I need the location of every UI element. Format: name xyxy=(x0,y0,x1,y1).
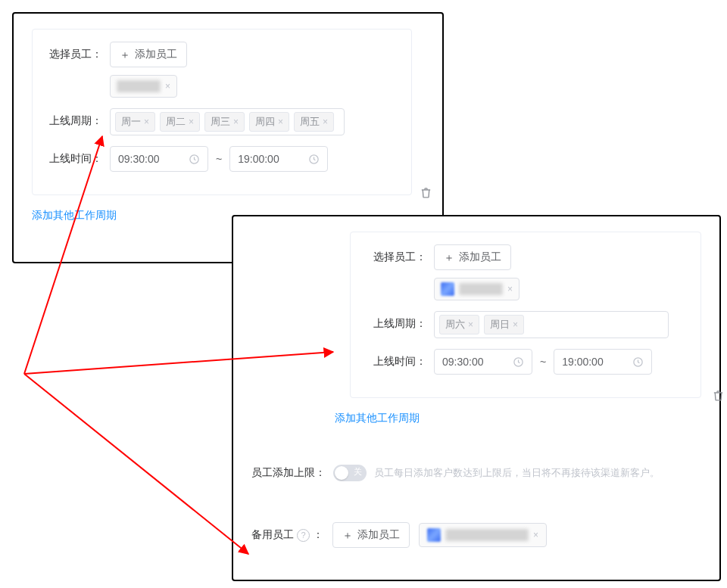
work-cycle-box-1: 选择员工： ＋ 添加员工 × 上线周期： 周一× 周二× 周三× 周四× 周五× xyxy=(32,29,412,195)
add-other-cycle-link[interactable]: 添加其他工作周期 xyxy=(32,209,117,222)
clock-icon xyxy=(308,154,320,165)
plus-icon: ＋ xyxy=(444,252,454,263)
close-icon[interactable]: × xyxy=(278,117,283,127)
employee-avatar-blurred xyxy=(427,528,441,542)
row-cycle: 上线周期： 周一× 周二× 周三× 周四× 周五× xyxy=(43,108,401,135)
work-cycle-panel-2: 选择员工： ＋ 添加员工 × 上线周期： 周六× xyxy=(232,215,721,581)
close-icon[interactable]: × xyxy=(468,319,473,330)
cycle-tag-wed[interactable]: 周三× xyxy=(204,112,245,132)
time-end-input[interactable]: 19:00:00 xyxy=(554,349,652,375)
select-employee-label: 选择员工： xyxy=(361,244,434,269)
time-start-input[interactable]: 09:30:00 xyxy=(110,146,208,172)
close-icon[interactable]: × xyxy=(233,117,239,127)
employee-name-blurred xyxy=(445,529,529,541)
cycle-tag-sat[interactable]: 周六× xyxy=(439,315,479,334)
row-add-limit: 员工添加上限： 关 员工每日添加客户数达到上限后，当日将不再接待该渠道新客户。 xyxy=(251,465,701,481)
time-end-input[interactable]: 19:00:00 xyxy=(229,146,328,172)
cycle-tag-thu[interactable]: 周四× xyxy=(249,112,289,132)
employee-name-blurred xyxy=(459,283,503,295)
plus-icon: ＋ xyxy=(342,530,353,540)
time-start-value: 09:30:00 xyxy=(118,153,160,165)
close-icon[interactable]: × xyxy=(513,319,518,330)
employee-avatar-blurred xyxy=(441,282,454,296)
close-icon[interactable]: × xyxy=(144,117,149,127)
time-range-group: 09:30:00 ~ 19:00:00 xyxy=(110,146,328,172)
row-time: 上线时间： 09:30:00 ~ 19:00:00 xyxy=(361,349,690,375)
time-start-value: 09:30:00 xyxy=(442,356,484,368)
cycle-tag-sun[interactable]: 周日× xyxy=(484,315,524,334)
arrow-to-backup-employee xyxy=(24,374,248,554)
clock-icon xyxy=(189,154,200,165)
add-limit-label: 员工添加上限： xyxy=(251,466,326,480)
backup-employee-chip[interactable]: × xyxy=(419,523,547,547)
employee-name-blurred xyxy=(117,80,161,92)
add-employee-button-label: 添加员工 xyxy=(459,250,501,264)
time-end-value: 19:00:00 xyxy=(238,153,279,165)
switch-knob xyxy=(335,466,348,480)
row-time: 上线时间： 09:30:00 ~ 19:00:00 xyxy=(43,146,401,172)
select-employee-value: ＋ 添加员工 × xyxy=(110,42,187,98)
plus-icon: ＋ xyxy=(120,49,130,60)
cycle-label: 上线周期： xyxy=(361,311,434,335)
work-cycle-box-2: 选择员工： ＋ 添加员工 × 上线周期： 周六× xyxy=(350,232,701,398)
add-limit-switch[interactable]: 关 xyxy=(333,465,367,481)
time-label: 上线时间： xyxy=(361,349,434,373)
row-backup-employee: 备用员工 ? ： ＋ 添加员工 × xyxy=(251,522,701,548)
close-icon[interactable]: × xyxy=(533,530,538,540)
add-employee-button[interactable]: ＋ 添加员工 xyxy=(434,244,511,270)
backup-employee-label-text: 备用员工 xyxy=(251,528,294,542)
add-limit-hint: 员工每日添加客户数达到上限后，当日将不再接待该渠道新客户。 xyxy=(374,466,660,480)
clock-icon xyxy=(632,356,644,368)
add-other-cycle-link[interactable]: 添加其他工作周期 xyxy=(335,412,420,425)
select-employee-label: 选择员工： xyxy=(43,42,110,66)
time-range-group: 09:30:00 ~ 19:00:00 xyxy=(434,349,652,375)
backup-add-employee-button-label: 添加员工 xyxy=(357,528,400,542)
select-employee-value: ＋ 添加员工 × xyxy=(434,244,520,300)
close-icon[interactable]: × xyxy=(323,117,328,127)
cycle-tag-input[interactable]: 周六× 周日× xyxy=(434,311,669,338)
close-icon[interactable]: × xyxy=(165,81,170,92)
delete-cycle-button[interactable] xyxy=(712,389,725,402)
delete-cycle-button[interactable] xyxy=(420,186,432,199)
add-employee-button-label: 添加员工 xyxy=(135,48,177,61)
cycle-tag-mon[interactable]: 周一× xyxy=(115,112,155,132)
backup-employee-label: 备用员工 ? ： xyxy=(251,528,323,542)
help-icon[interactable]: ? xyxy=(297,529,310,542)
time-label: 上线时间： xyxy=(43,146,110,170)
cycle-label: 上线周期： xyxy=(43,108,110,132)
time-end-value: 19:00:00 xyxy=(562,356,604,368)
cycle-tag-fri[interactable]: 周五× xyxy=(294,112,334,132)
backup-add-employee-button[interactable]: ＋ 添加员工 xyxy=(332,522,410,548)
cycle-tag-input[interactable]: 周一× 周二× 周三× 周四× 周五× xyxy=(110,108,345,135)
time-range-separator: ~ xyxy=(208,146,229,172)
row-select-employee: 选择员工： ＋ 添加员工 × xyxy=(43,42,401,98)
close-icon[interactable]: × xyxy=(189,117,194,127)
switch-text: 关 xyxy=(354,466,362,478)
panel2-box-align: 选择员工： ＋ 添加员工 × 上线周期： 周六× xyxy=(251,232,701,398)
employee-chip[interactable]: × xyxy=(110,75,177,98)
cycle-tag-tue[interactable]: 周二× xyxy=(160,112,200,132)
add-employee-button[interactable]: ＋ 添加员工 xyxy=(110,42,187,67)
row-select-employee: 选择员工： ＋ 添加员工 × xyxy=(361,244,690,300)
row-cycle: 上线周期： 周六× 周日× xyxy=(361,311,690,338)
close-icon[interactable]: × xyxy=(507,284,513,294)
employee-chip[interactable]: × xyxy=(434,278,520,300)
time-start-input[interactable]: 09:30:00 xyxy=(434,349,532,375)
time-range-separator: ~ xyxy=(532,349,554,375)
clock-icon xyxy=(513,356,524,368)
